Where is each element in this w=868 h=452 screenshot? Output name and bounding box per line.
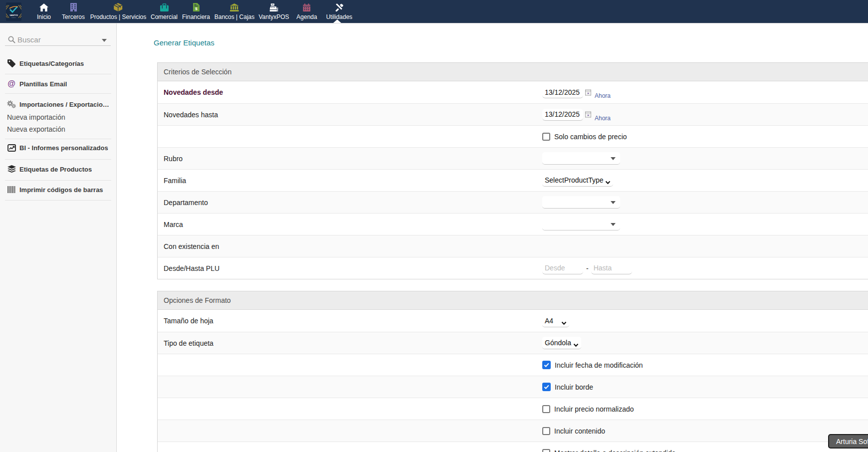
nav-item-inicio[interactable]: Inicio bbox=[37, 0, 51, 23]
panel-header: Opciones de Formato bbox=[158, 291, 868, 310]
layers-icon bbox=[7, 165, 16, 174]
building-icon bbox=[70, 2, 76, 12]
field-label: Departamento bbox=[164, 192, 208, 213]
bank-icon bbox=[230, 2, 239, 12]
tipo-de-etiqueta-select[interactable]: Góndola bbox=[542, 337, 581, 349]
gears-icon bbox=[7, 100, 16, 109]
nav-item-label: Comercial bbox=[151, 13, 178, 21]
svg-text:software: software bbox=[11, 17, 16, 18]
form-row-novedades-hasta: Novedades hasta Ahora bbox=[158, 103, 868, 125]
divider bbox=[5, 159, 111, 160]
plu-desde-input[interactable] bbox=[542, 262, 583, 274]
brand-logo[interactable]: VANTYX software bbox=[6, 2, 21, 21]
form-row-familia: Familia SelectProductType bbox=[158, 169, 868, 191]
ahora-link[interactable]: Ahora bbox=[595, 92, 611, 99]
nav-item-bancos-cajas[interactable]: Bancos | Cajas bbox=[215, 0, 255, 23]
chevron-down-icon bbox=[561, 318, 567, 327]
home-icon bbox=[39, 2, 48, 12]
panel-criterios-de-seleccion: Criterios de Selección Novedades desde A… bbox=[157, 62, 868, 279]
form-row-incluir-precio-normalizado: Incluir precio normalizado bbox=[158, 398, 868, 420]
divider bbox=[5, 139, 111, 139]
top-navbar: VANTYX software Inicio Terceros Producto… bbox=[0, 0, 868, 23]
caret-down-icon[interactable] bbox=[102, 39, 107, 42]
select-value: Góndola bbox=[545, 337, 571, 349]
chart-line-icon bbox=[7, 143, 16, 152]
checkbox-label: Mostrar detalle o descripción extendida bbox=[554, 449, 676, 452]
chevron-down-icon bbox=[605, 178, 611, 187]
novedades-desde-input[interactable] bbox=[542, 86, 583, 98]
range-separator: - bbox=[586, 264, 589, 272]
nav-item-financiera[interactable]: $ Financiera bbox=[182, 0, 210, 23]
nav-item-agenda[interactable]: Agenda bbox=[296, 0, 317, 23]
nav-item-label: Inicio bbox=[37, 13, 51, 21]
sidebar-subitem-nueva-exportacion[interactable]: Nueva exportación bbox=[7, 124, 112, 134]
nav-item-terceros[interactable]: Terceros bbox=[62, 0, 85, 23]
form-row-marca: Marca bbox=[158, 213, 868, 235]
sidebar-item-plantillas-email[interactable]: @ Plantillas Email bbox=[7, 79, 112, 89]
tooltip-toast: Arturia Sof bbox=[828, 434, 868, 449]
form-row-tipo-de-etiqueta: Tipo de etiqueta Góndola bbox=[158, 332, 868, 354]
barcode-icon bbox=[7, 185, 16, 194]
select-value: SelectProductType bbox=[545, 174, 604, 186]
form-row-mostrar-detalle: Mostrar detalle o descripción extendida bbox=[158, 442, 868, 452]
datepicker-icon[interactable] bbox=[585, 89, 591, 96]
datepicker-icon[interactable] bbox=[585, 111, 591, 118]
incluir-precio-normalizado-checkbox[interactable] bbox=[542, 405, 550, 413]
sidebar-item-label: BI - Informes personalizados bbox=[19, 144, 108, 152]
marca-select[interactable] bbox=[542, 218, 620, 230]
nav-item-comercial[interactable]: Comercial bbox=[151, 0, 178, 23]
form-row-incluir-fecha-de-modificacion: Incluir fecha de modificación bbox=[158, 354, 868, 376]
incluir-fecha-de-modificacion-checkbox[interactable] bbox=[542, 361, 551, 369]
divider bbox=[5, 74, 111, 74]
nav-item-productos-servicios[interactable]: Productos | Servicios bbox=[90, 0, 147, 23]
nav-item-label: Terceros bbox=[62, 13, 85, 21]
tamano-de-hoja-select[interactable]: A4 bbox=[542, 315, 569, 327]
form-row-incluir-contenido: Incluir contenido bbox=[158, 420, 868, 442]
plu-hasta-input[interactable] bbox=[591, 262, 632, 274]
novedades-hasta-input[interactable] bbox=[542, 109, 583, 121]
nav-item-label: VantyxPOS bbox=[258, 13, 289, 21]
field-label: Novedades hasta bbox=[164, 104, 218, 125]
search-placeholder: Buscar bbox=[17, 35, 41, 44]
sidebar-subitem-label: Nueva importación bbox=[7, 113, 65, 121]
nav-item-vantyxpos[interactable]: VantyxPOS bbox=[258, 0, 289, 23]
nav-item-label: Bancos | Cajas bbox=[215, 13, 255, 21]
checkbox-label: Incluir fecha de modificación bbox=[555, 361, 643, 369]
sidebar-subitem-label: Nueva exportación bbox=[7, 125, 65, 133]
sidebar-subitem-nueva-importacion[interactable]: Nueva importación bbox=[7, 112, 112, 122]
panel-header: Criterios de Selección bbox=[158, 63, 868, 81]
sidebar-item-label: Plantillas Email bbox=[19, 80, 67, 88]
field-label: Tipo de etiqueta bbox=[164, 332, 214, 354]
tag-icon bbox=[7, 59, 16, 68]
mostrar-detalle-checkbox[interactable] bbox=[542, 449, 550, 452]
sidebar-item-bi-informes[interactable]: BI - Informes personalizados bbox=[7, 143, 112, 153]
svg-text:VANTYX: VANTYX bbox=[9, 14, 18, 16]
departamento-select[interactable] bbox=[542, 196, 620, 209]
incluir-borde-checkbox[interactable] bbox=[542, 383, 551, 391]
sidebar-item-label: Etiquetas de Productos bbox=[19, 166, 92, 173]
form-row-incluir-borde: Incluir borde bbox=[158, 376, 868, 398]
search-icon bbox=[8, 36, 15, 45]
field-label: Con existencia en bbox=[164, 235, 219, 257]
cash-register-icon bbox=[269, 2, 278, 12]
sidebar-item-etiquetas-categorias[interactable]: Etiquetas/Categorías bbox=[7, 58, 112, 68]
ahora-link[interactable]: Ahora bbox=[595, 115, 611, 122]
sidebar-item-imprimir-codigos-de-barras[interactable]: Imprimir códigos de barras bbox=[7, 185, 112, 195]
form-row-rubro: Rubro bbox=[158, 147, 868, 169]
checkbox-label: Incluir contenido bbox=[554, 427, 605, 435]
toast-text: Arturia Sof bbox=[836, 438, 868, 446]
solo-cambios-de-precio-checkbox[interactable] bbox=[542, 133, 550, 141]
caret-down-icon bbox=[611, 157, 616, 160]
sidebar-item-etiquetas-de-productos[interactable]: Etiquetas de Productos bbox=[7, 164, 112, 174]
checkbox-label: Solo cambios de precio bbox=[554, 133, 627, 141]
file-invoice-icon: $ bbox=[193, 2, 200, 12]
nav-item-label: Agenda bbox=[296, 13, 317, 21]
chevron-down-icon bbox=[573, 340, 579, 349]
sidebar-item-importaciones-exportaciones[interactable]: Importaciones / Exportacio… bbox=[7, 99, 112, 109]
rubro-select[interactable] bbox=[542, 152, 620, 165]
familia-select[interactable]: SelectProductType bbox=[542, 174, 613, 187]
form-row-solo-cambios-de-precio: Solo cambios de precio bbox=[158, 125, 868, 147]
incluir-contenido-checkbox[interactable] bbox=[542, 427, 550, 435]
panel-opciones-de-formato: Opciones de Formato Tamaño de hoja A4 Ti… bbox=[157, 291, 868, 452]
sidebar-search[interactable]: Buscar bbox=[5, 33, 111, 46]
